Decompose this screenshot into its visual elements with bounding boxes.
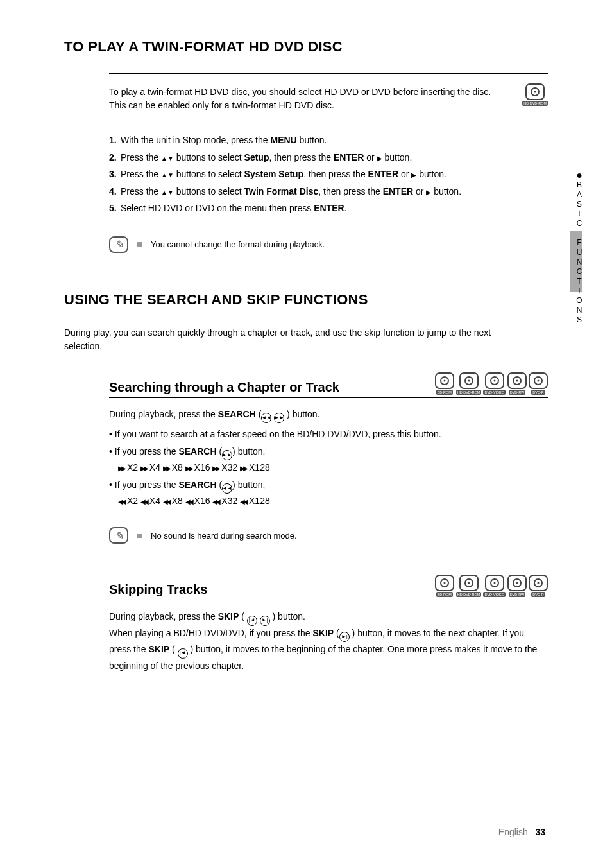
step-5: 5.Select HD DVD or DVD on the menu then … bbox=[109, 200, 545, 217]
note-text: You cannot change the format during play… bbox=[151, 239, 325, 249]
disc-row-skip: BD-ROM HD DVD-ROM DVD-VIDEO DVD-RW DVD-R bbox=[433, 575, 548, 597]
svg-point-11 bbox=[538, 379, 540, 381]
skip-body: During playback, press the SKIP ( |◄ ►| … bbox=[109, 609, 548, 673]
steps-list: 1.With the unit in Stop mode, press the … bbox=[109, 132, 545, 217]
disc-icon-hddvdrom: HD DVD-ROM bbox=[456, 372, 482, 395]
manual-page: ● BASIC FUNCTIONS HD DVD-ROM TO PLAY A T… bbox=[0, 0, 612, 868]
svg-point-5 bbox=[468, 379, 470, 381]
divider bbox=[109, 73, 548, 74]
search-bullet-3: If you press the SEARCH (◄◄) button, X2 … bbox=[109, 478, 548, 508]
step-2: 2.Press the buttons to select Setup, the… bbox=[109, 149, 545, 166]
step-1: 1.With the unit in Stop mode, press the … bbox=[109, 132, 545, 149]
note-bullet-icon bbox=[137, 534, 142, 538]
svg-point-3 bbox=[443, 379, 445, 381]
subhead-row-search: Searching through a Chapter or Track BD-… bbox=[109, 372, 548, 395]
note-text: No sound is heard during search mode. bbox=[151, 531, 297, 541]
subhead-row-skip: Skipping Tracks BD-ROM HD DVD-ROM DVD-VI… bbox=[109, 575, 548, 597]
disc-icon-dvdr: DVD-R bbox=[529, 372, 548, 395]
section2-intro: During play, you can search quickly thro… bbox=[64, 326, 526, 353]
disc-row-search: BD-ROM HD DVD-ROM DVD-VIDEO DVD-RW DVD-R bbox=[433, 372, 548, 395]
skip-back-button-icon: |◄ bbox=[178, 648, 188, 659]
svg-point-9 bbox=[516, 379, 518, 381]
speeds-rewind: X2 X4 X8 X16 X32 X128 bbox=[118, 494, 548, 508]
disc-label: HD DVD-ROM bbox=[522, 101, 548, 106]
disc-icon-dvdvideo: DVD-VIDEO bbox=[483, 575, 506, 597]
bullet-icon: ● bbox=[576, 170, 582, 180]
section-title-twin-format: TO PLAY A TWIN-FORMAT HD DVD DISC bbox=[64, 39, 548, 55]
svg-point-13 bbox=[443, 582, 445, 584]
side-tab-label: BASIC FUNCTIONS bbox=[575, 180, 584, 325]
disc-icon-bdrom: BD-ROM bbox=[435, 372, 454, 395]
disc-icon-dvdvideo: DVD-VIDEO bbox=[483, 372, 506, 395]
svg-point-17 bbox=[493, 582, 495, 584]
forward-button-icon: ►► bbox=[274, 413, 284, 423]
svg-point-7 bbox=[493, 379, 495, 381]
svg-point-21 bbox=[538, 582, 540, 584]
note-icon: ✎ bbox=[109, 236, 128, 253]
disc-icon-hddvdrom: HD DVD-ROM bbox=[456, 575, 482, 597]
rewind-button-icon: ◄◄ bbox=[261, 413, 271, 423]
intro-line-1: To play a twin-format HD DVD disc, you s… bbox=[109, 87, 491, 97]
note-bullet-icon bbox=[137, 242, 142, 247]
disc-icon-dvdrw: DVD-RW bbox=[507, 372, 527, 395]
section-title-search-skip: USING THE SEARCH AND SKIP FUNCTIONS bbox=[64, 291, 548, 308]
skip-forward-button-icon: ►| bbox=[339, 632, 350, 642]
disc-badge-hddvdrom: HD DVD-ROM bbox=[520, 83, 548, 106]
page-footer: English _33 bbox=[498, 827, 545, 837]
side-tab: ● BASIC FUNCTIONS bbox=[575, 170, 584, 325]
speeds-forward: X2 X4 X8 X16 X32 X128 bbox=[118, 460, 548, 474]
note-row-2: ✎ No sound is heard during search mode. bbox=[109, 527, 548, 544]
intro-text: To play a twin-format HD DVD disc, you s… bbox=[109, 85, 532, 112]
search-bullet-2: If you press the SEARCH (►►) button, X2 … bbox=[109, 444, 548, 475]
subhead-skip: Skipping Tracks bbox=[109, 582, 207, 597]
disc-icon-bdrom: BD-ROM bbox=[435, 575, 454, 597]
note-icon: ✎ bbox=[109, 527, 128, 544]
step-3: 3.Press the buttons to select System Set… bbox=[109, 166, 545, 183]
disc-icon-dvdrw: DVD-RW bbox=[507, 575, 527, 597]
svg-point-15 bbox=[468, 582, 470, 584]
divider bbox=[109, 397, 548, 398]
rewind-button-icon: ◄◄ bbox=[222, 483, 232, 494]
footer-language: English _ bbox=[498, 827, 536, 837]
step-4: 4.Press the buttons to select Twin Forma… bbox=[109, 183, 545, 200]
forward-button-icon: ►► bbox=[222, 450, 232, 460]
divider bbox=[109, 600, 548, 600]
search-bullet-1: If you want to search at a faster speed … bbox=[109, 427, 548, 441]
intro-line-2: This can be enabled only for a twin-form… bbox=[109, 100, 334, 110]
skip-back-button-icon: |◄ bbox=[247, 616, 257, 626]
note-row-1: ✎ You cannot change the format during pl… bbox=[109, 236, 548, 253]
svg-point-1 bbox=[534, 91, 536, 93]
subhead-search: Searching through a Chapter or Track bbox=[109, 380, 339, 395]
skip-forward-button-icon: ►| bbox=[260, 616, 270, 626]
disc-icon-dvdr: DVD-R bbox=[529, 575, 548, 597]
svg-point-19 bbox=[516, 582, 518, 584]
footer-page: 33 bbox=[535, 827, 545, 837]
search-body: During playback, press the SEARCH (◄◄ ►►… bbox=[109, 407, 548, 508]
